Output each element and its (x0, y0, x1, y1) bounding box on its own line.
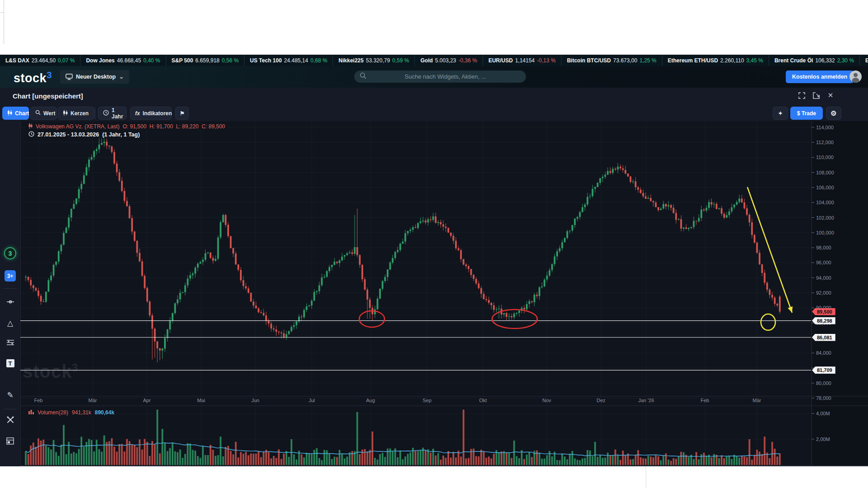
ticker-item[interactable]: US Tech 10024.485,140,68 % (244, 55, 333, 66)
ticker-item[interactable]: L&S DAX23.464,500,07 % (0, 55, 80, 66)
instrument-name: Volkswagen AG Vz. (XETRA, Last) (36, 123, 119, 130)
ticker-item[interactable]: Euro-Bund Futur (860, 55, 868, 66)
sidebar-item-layout[interactable] (0, 437, 20, 446)
sidebar-item-shape-tool[interactable]: △ (0, 319, 20, 328)
window-title: Chart [ungespeichert] (13, 92, 83, 100)
ticker-item[interactable]: Ethereum ETH/USD2.260,1103,45 % (662, 55, 769, 66)
bookmark-button[interactable]: ⚑ (175, 107, 189, 120)
trendline-icon (6, 298, 14, 307)
ticker-item[interactable]: Bitcoin BTC/USD73.673,001,25 % (562, 55, 662, 66)
candle-legend-icon (28, 123, 33, 130)
ticker-item[interactable]: Gold5.003,23-0,36 % (415, 55, 483, 66)
close-icon[interactable]: ✕ (826, 91, 835, 99)
sidebar-item-stock3-badge[interactable]: 3 (0, 247, 20, 259)
instrument-ohlc: O: 91,500 H: 91,700 L: 89,220 C: 89,500 (122, 123, 225, 130)
text-tool-icon: T (6, 359, 14, 367)
search-icon (360, 72, 366, 81)
ai-sparkle-button[interactable]: ✦ (773, 107, 788, 120)
stock3-plus-icon: 3+ (5, 270, 16, 282)
range-button[interactable]: 1 Jahr (98, 107, 127, 120)
global-search[interactable] (354, 70, 526, 83)
sidebar-item-trendline-tool[interactable] (0, 298, 20, 307)
ticker-item[interactable]: Dow Jones46.668,450,40 % (80, 55, 166, 66)
period-range: 27.01.2025 - 13.03.2026 (38, 131, 99, 138)
chart-toolbar: Chart Wert Kerzen 1d 1 Jahr fx Indikator… (0, 105, 868, 121)
signup-button[interactable]: Kostenlos anmelden (786, 70, 854, 83)
stock3-logo[interactable]: stock3 (14, 70, 52, 85)
tab-chart[interactable]: Chart (2, 107, 29, 120)
clock-icon (103, 110, 109, 117)
browser-whitespace (0, 466, 868, 488)
chevron-down-icon: ⌄ (119, 75, 124, 79)
sidebar-divider (4, 288, 17, 289)
chart-plot-background (20, 121, 868, 466)
stock3-badge-icon: 3 (4, 247, 16, 259)
search-icon (35, 110, 41, 117)
sidebar-item-tools[interactable] (0, 416, 20, 426)
pencil-icon: ✎ (7, 390, 13, 400)
stock3-watermark: stock3 (23, 361, 78, 382)
candlestick-icon (7, 110, 12, 117)
indicators-button[interactable]: fx Indikatoren (130, 107, 172, 120)
avatar[interactable] (849, 70, 862, 83)
candle-type-button[interactable]: Kerzen 1d (58, 107, 94, 120)
sidebar-item-text-tool[interactable]: T (0, 359, 20, 367)
trade-button[interactable]: $ Trade (790, 107, 823, 120)
candlestick-icon (63, 110, 68, 117)
fx-icon: fx (135, 110, 140, 117)
period-detail: (1 Jahr, 1 Tag) (102, 131, 140, 138)
window-edge-artifact (646, 466, 646, 488)
tools-icon (6, 416, 14, 426)
gear-icon: ⚙ (830, 109, 836, 117)
ticker-item[interactable]: S&P 5006.659,9180,56 % (166, 55, 245, 66)
monitor-icon (66, 74, 73, 80)
market-ticker-bar: L&S DAX23.464,500,07 %Dow Jones46.668,45… (0, 55, 868, 66)
volume-current-value: 890,64k (95, 409, 114, 416)
search-input[interactable] (370, 73, 521, 80)
sidebar-item-annotation-tool[interactable]: ✎ (0, 390, 20, 400)
price-axis-panel[interactable] (812, 121, 868, 466)
fullscreen-icon[interactable] (798, 91, 806, 99)
stock3-app: { "ticker": { "items": [ {"name":"L&S DA… (0, 0, 868, 488)
clock-icon (28, 131, 34, 138)
drawing-sidebar: 3 3+ △ T ✎ ◐ (0, 121, 21, 466)
wert-button[interactable]: Wert (30, 107, 57, 120)
volume-legend[interactable]: Volumen(28) 941,31k 890,64k (26, 409, 117, 416)
desktop-selector-button[interactable]: Neuer Desktop ⌄ (60, 70, 129, 84)
browser-whitespace (0, 0, 868, 55)
sidebar-divider (4, 409, 17, 409)
period-legend[interactable]: 27.01.2025 - 13.03.2026 (1 Jahr, 1 Tag) (26, 131, 142, 139)
bookmark-icon: ⚑ (180, 110, 185, 117)
desktop-selector-label: Neuer Desktop (76, 74, 116, 80)
sparkle-icon: ✦ (778, 110, 783, 117)
ticker-item[interactable]: EUR/USD1,14154-0,13 % (483, 55, 562, 66)
volume-bars-icon (28, 409, 34, 416)
volume-ma-value: 941,31k (72, 409, 91, 416)
volume-ma-label: Volumen(28) (38, 409, 68, 416)
triangle-icon: △ (7, 319, 13, 328)
fibonacci-icon (6, 339, 14, 348)
window-controls: ✕ (798, 91, 835, 99)
instrument-legend[interactable]: Volkswagen AG Vz. (XETRA, Last) O: 91,50… (26, 122, 228, 131)
sidebar-item-stock3-plus[interactable]: 3+ (0, 270, 20, 282)
ticker-item[interactable]: Brent Crude Öl106,3322,30 % (769, 55, 860, 66)
settings-button[interactable]: ⚙ (826, 107, 841, 120)
window-edge-artifact (4, 0, 4, 44)
sidebar-item-fibonacci-tool[interactable] (0, 339, 20, 348)
layout-icon (6, 437, 14, 446)
window-edge-artifact (0, 12, 4, 13)
app-header: stock3 Neuer Desktop ⌄ Kostenlos anmelde… (0, 66, 868, 88)
ticker-item[interactable]: Nikkei22553.320,790,59 % (333, 55, 415, 66)
popout-icon[interactable] (812, 91, 820, 99)
